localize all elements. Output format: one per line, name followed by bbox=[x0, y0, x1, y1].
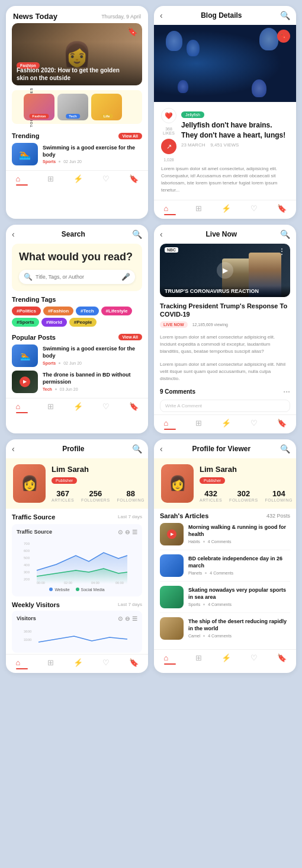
traffic-title: Traffic Source bbox=[12, 513, 55, 521]
search-input-row[interactable]: 🔍 🎤 bbox=[19, 270, 135, 284]
stat-followers-num: 256 bbox=[81, 489, 110, 498]
nav-heart-3[interactable]: ♡ bbox=[102, 402, 110, 413]
cat-life[interactable]: Life bbox=[91, 94, 122, 120]
nav-home[interactable]: ⌂ bbox=[16, 174, 28, 186]
publisher-badge-6: Publisher bbox=[200, 477, 225, 484]
svg-text:04:00: 04:00 bbox=[91, 581, 99, 585]
search-button-6[interactable]: 🔍 bbox=[280, 444, 290, 454]
trending-thumb: 🏊 bbox=[12, 143, 38, 165]
comments-more[interactable]: ··· bbox=[283, 387, 290, 397]
stat-articles-num-6: 432 bbox=[200, 489, 222, 498]
nav-home-5[interactable]: ⌂ bbox=[16, 658, 28, 669]
nav-bookmark-2[interactable]: 🔖 bbox=[277, 204, 287, 215]
avatar-image: 👩 bbox=[13, 464, 46, 503]
tag-lifestyle[interactable]: #Lifestyle bbox=[101, 307, 133, 315]
blog-bookmark[interactable]: 🔖 bbox=[277, 30, 290, 43]
nav-heart[interactable]: ♡ bbox=[102, 174, 110, 186]
visitors-settings-icon[interactable]: ⊙ bbox=[118, 615, 123, 622]
card3-title: Search bbox=[62, 230, 85, 238]
trending-view-all[interactable]: View All bbox=[118, 133, 142, 139]
chart-filter-icon[interactable]: ⊖ bbox=[125, 529, 130, 535]
share-button[interactable]: ↗ bbox=[161, 139, 176, 154]
nav-grid-4[interactable]: ⊞ bbox=[195, 419, 202, 430]
nav-bookmark-6[interactable]: 🔖 bbox=[277, 653, 287, 665]
nav-bolt[interactable]: ⚡ bbox=[73, 174, 83, 186]
nav-heart-2[interactable]: ♡ bbox=[250, 204, 258, 215]
search-input[interactable] bbox=[36, 274, 118, 280]
article-item-3[interactable]: Skating nowadays very popular sports in … bbox=[160, 586, 290, 613]
search-button-3[interactable]: 🔍 bbox=[132, 229, 142, 239]
nav-grid-3[interactable]: ⊞ bbox=[47, 402, 54, 413]
write-comment[interactable]: Write A Comment bbox=[160, 400, 290, 412]
nav-bolt-4[interactable]: ⚡ bbox=[221, 419, 231, 430]
search-button[interactable]: 🔍 bbox=[280, 11, 290, 20]
article-info-3: Skating nowadays very popular sports in … bbox=[188, 587, 290, 606]
stat-followers-label-6: FOLLOWERS bbox=[229, 498, 258, 502]
nav-heart-5[interactable]: ♡ bbox=[102, 658, 110, 669]
nav-heart-4[interactable]: ♡ bbox=[250, 419, 258, 430]
tag-fashion[interactable]: #Fashion bbox=[43, 307, 73, 315]
art-dot-1 bbox=[203, 541, 205, 542]
visitors-list-icon[interactable]: ☰ bbox=[132, 615, 137, 622]
back-button-4[interactable]: ‹ bbox=[160, 229, 163, 239]
tag-tech[interactable]: #Tech bbox=[76, 307, 99, 315]
nav-bookmark-5[interactable]: 🔖 bbox=[129, 658, 139, 669]
article-item-2[interactable]: BD celebrate independence day in 26 marc… bbox=[160, 554, 290, 582]
meta-dot-1 bbox=[59, 362, 60, 364]
like-button[interactable]: ❤️ bbox=[161, 108, 176, 123]
back-button-3[interactable]: ‹ bbox=[12, 229, 15, 239]
popular-view-all[interactable]: View All bbox=[118, 334, 142, 340]
nav-grid-5[interactable]: ⊞ bbox=[47, 658, 54, 669]
nav-bookmark-4[interactable]: 🔖 bbox=[277, 419, 287, 430]
article-item-1[interactable]: ▶ Morning walking & running is good for … bbox=[160, 523, 290, 550]
back-button[interactable]: ‹ bbox=[160, 11, 163, 20]
cat-tech[interactable]: Tech bbox=[57, 94, 88, 120]
nav-home-2[interactable]: ⌂ bbox=[164, 204, 176, 215]
nav-bookmark-3[interactable]: 🔖 bbox=[129, 402, 139, 413]
popular-date-1: 02 Jun 20 bbox=[63, 361, 82, 365]
video-play-button[interactable]: ▶ bbox=[217, 262, 233, 279]
video-thumbnail[interactable]: NBC TRUMP'S CORONAVIRUS REACTION ⋮ ▶ bbox=[160, 244, 290, 297]
popular-item-2[interactable]: ▶ The drone is banned in BD without perm… bbox=[12, 371, 142, 393]
popular-item-1[interactable]: 🏊 Swimming is a good exercise for the bo… bbox=[12, 344, 142, 367]
profile-name-6: Lim Sarah bbox=[200, 465, 293, 474]
hero-image[interactable]: 🔖 Fashion Fashion 2020: How to get the g… bbox=[12, 23, 142, 85]
live-body-1: Lorem ipsum dolor sit amet consectetur a… bbox=[154, 330, 296, 358]
nav-grid-6[interactable]: ⊞ bbox=[195, 653, 202, 665]
nav-home-4[interactable]: ⌂ bbox=[164, 419, 176, 430]
avatar: 👩 bbox=[13, 464, 46, 503]
tag-politics[interactable]: #Politics bbox=[12, 307, 41, 315]
search-button-5[interactable]: 🔍 bbox=[132, 444, 142, 454]
bookmark-icon[interactable]: 🔖 bbox=[127, 27, 137, 36]
article-item-4[interactable]: The ship of the desert reducing rapidly … bbox=[160, 617, 290, 644]
card3-bottom-nav: ⌂ ⊞ ⚡ ♡ 🔖 bbox=[6, 398, 148, 417]
cat-tech-label: Tech bbox=[66, 114, 80, 119]
cat-fashion[interactable]: Fashion bbox=[24, 94, 54, 120]
art-play-btn-1[interactable]: ▶ bbox=[167, 529, 176, 539]
nav-bolt-3[interactable]: ⚡ bbox=[73, 402, 83, 413]
video-more-button[interactable]: ⋮ bbox=[278, 247, 285, 256]
comments-header: 9 Comments ··· bbox=[160, 387, 290, 397]
mic-icon[interactable]: 🎤 bbox=[121, 273, 130, 281]
visitors-filter-icon[interactable]: ⊖ bbox=[125, 615, 130, 622]
tag-sports[interactable]: #Sports bbox=[12, 318, 39, 327]
search-button-4[interactable]: 🔍 bbox=[280, 229, 290, 239]
back-button-5[interactable]: ‹ bbox=[12, 444, 15, 454]
nav-home-6[interactable]: ⌂ bbox=[164, 653, 176, 665]
back-button-6[interactable]: ‹ bbox=[160, 444, 163, 454]
nav-bolt-6[interactable]: ⚡ bbox=[221, 653, 231, 665]
tag-world[interactable]: #World bbox=[41, 318, 67, 327]
nav-grid[interactable]: ⊞ bbox=[47, 174, 54, 186]
trending-item[interactable]: 🏊 Swimming is a good exercise for the bo… bbox=[12, 143, 142, 165]
play-button[interactable]: ▶ bbox=[20, 376, 30, 387]
nav-home-3[interactable]: ⌂ bbox=[16, 402, 28, 413]
tag-people[interactable]: #People bbox=[69, 318, 97, 327]
nav-heart-6[interactable]: ♡ bbox=[250, 653, 258, 665]
chart-list-icon[interactable]: ☰ bbox=[132, 529, 137, 535]
nav-bolt-5[interactable]: ⚡ bbox=[73, 658, 83, 669]
articles-count: 432 Posts bbox=[266, 513, 290, 519]
chart-settings-icon[interactable]: ⊙ bbox=[118, 529, 123, 535]
nav-bolt-2[interactable]: ⚡ bbox=[221, 204, 231, 215]
nav-bookmark[interactable]: 🔖 bbox=[129, 174, 139, 186]
nav-grid-2[interactable]: ⊞ bbox=[195, 204, 202, 215]
